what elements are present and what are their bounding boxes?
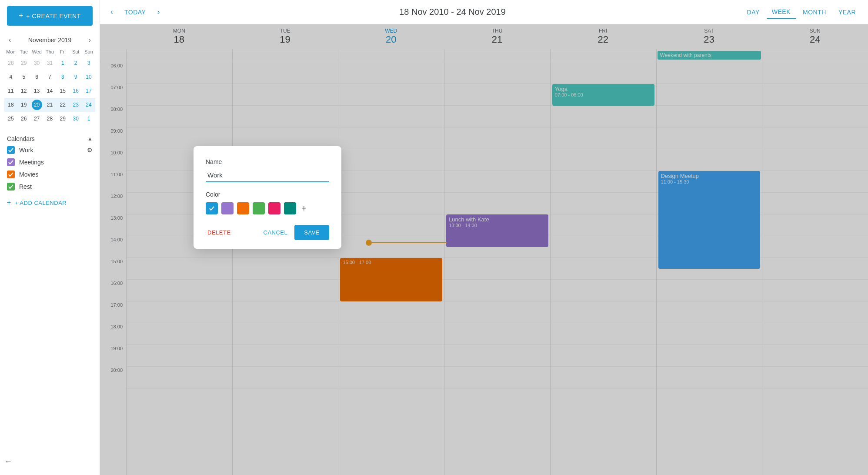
day-header-wed: WED 20: [338, 24, 444, 49]
calendar-event[interactable]: Design Meetup11:00 - 15:30: [658, 171, 761, 269]
view-tabs: DAY WEEK MONTH YEAR: [742, 6, 861, 19]
mini-cal-day[interactable]: 1: [56, 56, 69, 70]
calendar-item-rest[interactable]: Rest: [4, 181, 95, 193]
all-day-event-weekend[interactable]: Weekend with parents: [658, 51, 761, 60]
time-label: 06:00: [100, 62, 126, 84]
mini-cal-day[interactable]: 8: [56, 70, 69, 84]
header-nav: ‹ TODAY ›: [107, 6, 163, 18]
mini-cal-day[interactable]: 29: [56, 112, 69, 126]
day-headers: MON 18 TUE 19 WED 20 THU 21 FRI 22: [100, 24, 868, 49]
mini-cal-day[interactable]: 5: [17, 70, 30, 84]
sidebar: + + CREATE EVENT ‹ November 2019 › Mon T…: [0, 0, 100, 475]
modal-delete-button[interactable]: DELETE: [206, 226, 233, 239]
mini-cal-day[interactable]: 30: [69, 112, 82, 126]
modal-save-button[interactable]: SAVE: [294, 225, 329, 240]
mini-cal-day[interactable]: 12: [17, 84, 30, 98]
modal-name-input[interactable]: [206, 169, 329, 182]
mini-cal-day[interactable]: 17: [82, 84, 95, 98]
mini-cal-day[interactable]: 21: [43, 98, 57, 112]
mini-cal-day[interactable]: 3: [82, 56, 95, 70]
mini-cal-day[interactable]: 2: [69, 56, 82, 70]
mini-cal-day[interactable]: 16: [69, 84, 82, 98]
mini-cal-day[interactable]: 1: [82, 112, 95, 126]
mini-cal-header: ‹ November 2019 ›: [4, 33, 95, 48]
day-header-thu: THU 21: [444, 24, 550, 49]
calendar-name: Movies: [19, 171, 93, 178]
main-content: ‹ TODAY › 18 Nov 2010 - 24 Nov 2019 DAY …: [100, 0, 868, 475]
mini-cal-day[interactable]: 22: [56, 98, 69, 112]
mini-cal-day[interactable]: 15: [56, 84, 69, 98]
time-label: 17:00: [100, 301, 126, 323]
color-swatch[interactable]: [237, 202, 249, 214]
color-swatch[interactable]: [284, 202, 296, 214]
color-swatch[interactable]: [253, 202, 265, 214]
mini-cal-day[interactable]: 10: [82, 70, 95, 84]
plus-icon: +: [19, 11, 23, 20]
mini-cal-day[interactable]: 24: [82, 98, 95, 112]
mini-cal-day[interactable]: 14: [43, 84, 57, 98]
calendar-checkbox[interactable]: [7, 146, 15, 154]
calendar-checkbox[interactable]: [7, 158, 15, 166]
calendar-event[interactable]: Yoga07:00 - 08:00: [552, 84, 654, 106]
mini-cal-day[interactable]: 27: [30, 112, 43, 126]
mini-cal-day[interactable]: 18: [4, 98, 17, 112]
collapse-sidebar-icon[interactable]: ←: [4, 457, 12, 466]
time-label: 20:00: [100, 367, 126, 388]
calendars-section: Calendars ▲ Work ⚙ Meetings Movies: [0, 134, 100, 210]
mini-cal-day[interactable]: 28: [4, 56, 17, 70]
sidebar-bottom: ←: [0, 453, 100, 471]
add-calendar-button[interactable]: + + ADD CALENDAR: [4, 195, 95, 210]
mini-cal-prev[interactable]: ‹: [6, 35, 13, 45]
day-column: [762, 62, 868, 475]
modal-cancel-button[interactable]: CANCEL: [258, 226, 293, 239]
color-swatch[interactable]: [206, 202, 218, 214]
calendar-event[interactable]: 15:00 - 17:00: [340, 258, 442, 301]
mini-cal-day[interactable]: 23: [69, 98, 82, 112]
nav-next-button[interactable]: ›: [154, 6, 163, 18]
weekday-fri: Fri: [56, 48, 69, 56]
day-column: Yoga07:00 - 08:00: [550, 62, 656, 475]
all-day-fri: [550, 49, 656, 62]
color-swatch[interactable]: [268, 202, 280, 214]
mini-cal-day[interactable]: 13: [30, 84, 43, 98]
mini-cal-day[interactable]: 26: [17, 112, 30, 126]
mini-calendar: ‹ November 2019 › Mon Tue Wed Thu Fri Sa…: [0, 33, 100, 126]
calendar-item-meetings[interactable]: Meetings: [4, 156, 95, 168]
calendar-event[interactable]: Lunch with Kate13:00 - 14:30: [446, 214, 548, 247]
tab-year[interactable]: YEAR: [833, 6, 861, 19]
color-swatch[interactable]: [221, 202, 234, 214]
mini-cal-day[interactable]: 29: [17, 56, 30, 70]
mini-cal-day[interactable]: 28: [43, 112, 57, 126]
mini-cal-day[interactable]: 31: [43, 56, 57, 70]
tab-week[interactable]: WEEK: [767, 6, 796, 19]
mini-cal-day[interactable]: 11: [4, 84, 17, 98]
mini-cal-day[interactable]: 6: [30, 70, 43, 84]
nav-prev-button[interactable]: ‹: [107, 6, 117, 18]
add-calendar-plus-icon: +: [7, 199, 11, 207]
mini-cal-day[interactable]: 25: [4, 112, 17, 126]
more-colors-button[interactable]: +: [301, 204, 307, 214]
tab-month[interactable]: MONTH: [798, 6, 831, 19]
mini-cal-day[interactable]: 30: [30, 56, 43, 70]
gear-icon[interactable]: ⚙: [87, 147, 93, 154]
all-day-sun: [762, 49, 868, 62]
calendar-checkbox[interactable]: [7, 183, 15, 191]
mini-cal-next[interactable]: ›: [86, 35, 93, 45]
calendar-checkbox[interactable]: [7, 171, 15, 178]
create-event-button[interactable]: + + CREATE EVENT: [7, 6, 93, 26]
tab-day[interactable]: DAY: [742, 6, 765, 19]
mini-cal-day[interactable]: 9: [69, 70, 82, 84]
mini-cal-day[interactable]: 4: [4, 70, 17, 84]
days-grid: 15:00 - 17:00Lunch with Kate13:00 - 14:3…: [126, 62, 868, 475]
calendar-item-work[interactable]: Work ⚙: [4, 144, 95, 156]
day-header-sat: SAT 23: [656, 24, 762, 49]
calendars-header[interactable]: Calendars ▲: [4, 134, 95, 144]
calendar-name: Work: [19, 147, 83, 154]
calendar-item-movies[interactable]: Movies: [4, 168, 95, 181]
mini-cal-day[interactable]: 19: [17, 98, 30, 112]
mini-cal-day[interactable]: 7: [43, 70, 57, 84]
day-column: [232, 62, 338, 475]
mini-cal-day[interactable]: 20: [30, 98, 43, 112]
today-button[interactable]: TODAY: [120, 7, 150, 17]
time-gutter-header: [100, 24, 126, 49]
